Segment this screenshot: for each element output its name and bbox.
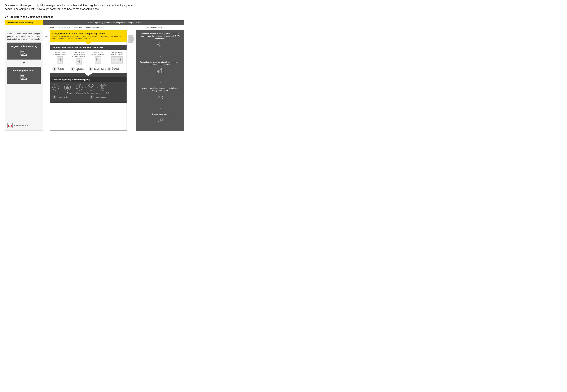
- yellow-subtitle: Content is categorized to enable priorit…: [52, 35, 124, 40]
- sub-header-col3: Client tailored view: [124, 26, 184, 29]
- doc-step-1: Document level applicability tagging: [52, 52, 67, 64]
- pub-analysis-content: Document level applicability tagging →: [50, 50, 126, 73]
- svg-rect-15: [21, 79, 22, 80]
- doc-icon-4b: [117, 56, 123, 64]
- svg-rect-71: [161, 69, 162, 73]
- doc-step-3: Obligation level applicability tagging: [91, 52, 105, 64]
- mapping-label: Mapping to EY standardized processes, ri…: [52, 92, 124, 94]
- mapping-item-1: ⚙ Control mapping: [52, 95, 87, 99]
- yellow-chevron-area: [50, 42, 126, 45]
- right-item-3: Ongoing compliance assessment and change…: [136, 85, 184, 107]
- bottom-items-row: ⚙ Meta data extraction ⚙ Paragraph segme…: [52, 67, 124, 71]
- col3-right: End-to-end traceability with regulations…: [136, 30, 184, 131]
- doc-step-2-label: Paragraph level segmentation and applica…: [72, 52, 86, 57]
- yellow-header-box: Categorization and prioritization of reg…: [50, 30, 126, 42]
- svg-point-47: [89, 86, 90, 86]
- targeted-horizon-box: Targeted horizon scanning: [7, 42, 41, 59]
- svg-line-14: [26, 79, 27, 80]
- gear-icon-4: ⚙: [107, 67, 111, 71]
- right-item-2-text: Comprehensive inventory with enhanced re…: [138, 61, 182, 66]
- sub-headers: EY regulatory interpretation and market …: [5, 26, 184, 29]
- bottom-item-2-label: Paragraph segmentation: [76, 67, 88, 70]
- ai-footer: 🤖 AI enabled capability: [7, 123, 41, 128]
- svg-line-80: [163, 98, 163, 98]
- col2-middle: Categorization and prioritization of reg…: [50, 30, 127, 131]
- svg-rect-69: [158, 70, 159, 73]
- header-bars: Automated horizon scanning Enriched regu…: [5, 20, 184, 25]
- bottom-item-3: ⚙ Obligation drafting: [89, 67, 106, 71]
- mapping-item-2-label: Control coverage: [95, 96, 106, 98]
- svg-point-46: [91, 87, 92, 88]
- header-bar-gray: Enriched regulatory inventory and compli…: [43, 20, 184, 25]
- svg-rect-40: [79, 85, 80, 86]
- doc-icon-4a: [111, 56, 117, 64]
- svg-point-81: [158, 117, 159, 119]
- svg-rect-76: [158, 96, 159, 98]
- step-arrow-1: →: [68, 57, 71, 60]
- doc-step-4-label: Linking to existing inventory content: [110, 52, 124, 56]
- robot-icon: 🤖: [7, 123, 13, 128]
- main-layout: Automatic updates of new and emerging pu…: [5, 30, 184, 131]
- inventory-section: Enriched regulatory inventory mapping →: [50, 77, 126, 103]
- white-chevron-area: [50, 73, 126, 77]
- svg-point-61: [160, 42, 161, 43]
- yellow-divider: [5, 13, 182, 13]
- svg-line-54: [91, 88, 92, 88]
- svg-rect-72: [163, 68, 164, 73]
- gear-icon-1: ⚙: [52, 67, 56, 71]
- inventory-icons-row: → →: [52, 84, 124, 91]
- speedometer-icon: [52, 84, 59, 91]
- emerging-regulations-label: Emerging regulations: [13, 69, 35, 72]
- svg-point-4: [24, 53, 27, 56]
- right-item-4-text: Oversight dashboard: [152, 113, 168, 115]
- bottom-item-1: ⚙ Meta data extraction: [52, 67, 70, 71]
- mapping-item-2: ⚙ Control coverage: [89, 95, 124, 99]
- sub-header-col2: EY regulatory interpretation and market …: [45, 26, 122, 29]
- gear-icon-3: ⚙: [89, 67, 93, 71]
- svg-rect-94: [162, 119, 162, 120]
- step-arrow-2: →: [87, 57, 90, 60]
- targeted-horizon-label: Targeted horizon scanning: [11, 45, 37, 48]
- ai-label: AI enabled capability: [14, 125, 29, 126]
- col2-col3-arrow: [128, 30, 134, 43]
- right-item-4: Oversight dashboard: [136, 111, 184, 131]
- emerging-regulations-box: Emerging regulations: [7, 67, 41, 84]
- svg-point-50: [92, 88, 93, 89]
- svg-rect-93: [161, 119, 162, 120]
- svg-point-63: [160, 46, 161, 47]
- right-arrow-3: ▼: [136, 107, 184, 111]
- targeted-icon: [20, 50, 28, 57]
- right-item-1: End-to-end traceability with regulations…: [136, 30, 184, 55]
- mapping-items-row: ⚙ Control mapping ⚙ Control coverage: [52, 95, 124, 99]
- svg-line-65: [161, 43, 162, 44]
- svg-line-52: [91, 86, 92, 87]
- doc-step-2: Paragraph level segmentation and applica…: [72, 52, 86, 65]
- svg-point-60: [157, 44, 159, 45]
- doc-steps-row: Document level applicability tagging →: [52, 52, 124, 65]
- inv-arrow-1: →: [60, 86, 63, 89]
- svg-rect-68: [157, 71, 158, 73]
- svg-rect-77: [159, 96, 161, 97]
- bottom-item-4: ⚙ Document comparison: [107, 67, 124, 71]
- doc-icon-4-group: [111, 56, 123, 64]
- svg-rect-8: [23, 54, 23, 56]
- svg-line-84: [158, 119, 159, 120]
- svg-line-66: [161, 45, 162, 46]
- doc-icon-2: [76, 58, 82, 65]
- svg-line-91: [162, 121, 163, 122]
- yellow-title: Categorization and prioritization of reg…: [52, 32, 124, 35]
- step-arrow-3: →: [106, 57, 109, 60]
- svg-point-48: [92, 86, 93, 86]
- svg-line-67: [159, 45, 160, 46]
- mapping-gear-1: ⚙: [52, 95, 56, 99]
- svg-rect-92: [161, 119, 161, 120]
- right-arrow-2: ▼: [136, 81, 184, 85]
- gear-icon-2: ⚙: [70, 67, 75, 71]
- pub-analysis-header: Regulatory publication analysis and enri…: [50, 45, 126, 50]
- right-item-2: Comprehensive inventory with enhanced re…: [136, 59, 184, 81]
- svg-line-53: [90, 88, 91, 88]
- header-bar-yellow: Automated horizon scanning: [5, 20, 43, 25]
- svg-rect-7: [22, 54, 22, 56]
- bottom-item-1-label: Meta data extraction: [57, 67, 70, 70]
- doc-icon-1: [57, 56, 63, 64]
